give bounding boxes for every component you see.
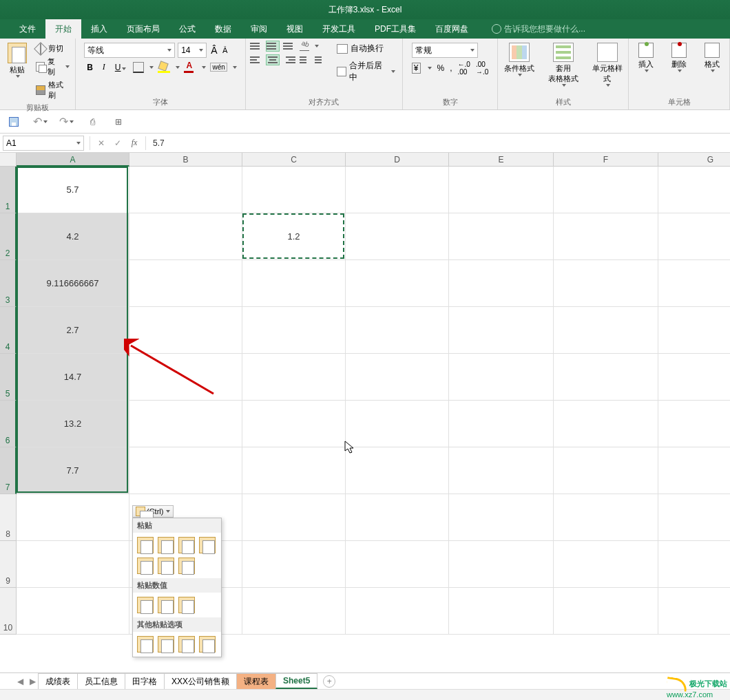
col-header-B[interactable]: B bbox=[129, 153, 242, 167]
cut-button[interactable]: 剪切 bbox=[34, 43, 71, 54]
name-box[interactable]: A1 bbox=[3, 136, 84, 151]
sheet-tab-1[interactable]: 成绩表 bbox=[38, 673, 78, 690]
tab-file[interactable]: 文件 bbox=[10, 19, 45, 39]
format-painter-button[interactable]: 格式刷 bbox=[34, 79, 71, 101]
wrap-text-button[interactable]: 自动换行 bbox=[334, 41, 398, 56]
cell-F2[interactable] bbox=[554, 213, 658, 260]
decrease-decimal-button[interactable]: .00→.0 bbox=[476, 61, 488, 76]
qat-button-4[interactable]: ⎙ bbox=[85, 115, 99, 129]
col-header-F[interactable]: F bbox=[554, 153, 658, 167]
row-header-5[interactable]: 5 bbox=[0, 354, 17, 401]
cell-C3[interactable] bbox=[242, 260, 346, 307]
col-header-D[interactable]: D bbox=[346, 153, 449, 167]
paste-option-values[interactable] bbox=[137, 597, 154, 613]
cell-F5[interactable] bbox=[554, 354, 658, 401]
cell-D10[interactable] bbox=[346, 588, 449, 635]
row-header-2[interactable]: 2 bbox=[0, 213, 17, 260]
insert-cells-button[interactable]: 插入 bbox=[633, 43, 659, 72]
decrease-font-button[interactable]: Ǎ bbox=[221, 46, 229, 55]
increase-font-button[interactable]: Â bbox=[209, 45, 218, 56]
cell-A10[interactable] bbox=[17, 588, 129, 635]
cell-B1[interactable] bbox=[129, 167, 242, 213]
formula-input[interactable]: 5.7 bbox=[149, 138, 730, 148]
font-name-combo[interactable]: 等线 bbox=[84, 43, 175, 58]
row-header-6[interactable]: 6 bbox=[0, 401, 17, 447]
align-middle-button[interactable] bbox=[267, 41, 279, 51]
cell-F7[interactable] bbox=[554, 447, 658, 494]
cell-B2[interactable] bbox=[129, 213, 242, 260]
phonetic-button[interactable]: wén bbox=[210, 63, 227, 72]
paste-option-transpose[interactable] bbox=[178, 558, 195, 574]
fill-color-button[interactable] bbox=[158, 62, 170, 73]
cell-G1[interactable] bbox=[658, 167, 730, 213]
cell-E2[interactable] bbox=[449, 213, 554, 260]
paste-option-values-source[interactable] bbox=[178, 597, 195, 613]
delete-cells-button[interactable]: 删除 bbox=[666, 43, 692, 72]
format-cells-button[interactable]: 格式 bbox=[699, 43, 725, 72]
cell-G6[interactable] bbox=[658, 401, 730, 447]
tab-formulas[interactable]: 公式 bbox=[169, 19, 205, 39]
row-header-8[interactable]: 8 bbox=[0, 494, 17, 541]
confirm-formula-button[interactable]: ✓ bbox=[110, 138, 126, 148]
row-header-1[interactable]: 1 bbox=[0, 167, 17, 213]
cell-E9[interactable] bbox=[449, 541, 554, 588]
align-top-button[interactable] bbox=[250, 41, 262, 51]
align-left-button[interactable] bbox=[250, 55, 262, 65]
cell-A3[interactable]: 9.116666667 bbox=[17, 260, 129, 307]
cell-A9[interactable] bbox=[17, 541, 129, 588]
col-header-A[interactable]: A bbox=[17, 153, 129, 167]
paste-option-link[interactable] bbox=[158, 636, 174, 653]
cell-G5[interactable] bbox=[658, 354, 730, 401]
sheet-tab-4[interactable]: XXX公司销售额 bbox=[164, 673, 237, 690]
cell-G2[interactable] bbox=[658, 213, 730, 260]
cell-styles-button[interactable]: 单元格样式 bbox=[590, 43, 625, 87]
paste-button[interactable]: 粘贴 bbox=[4, 40, 30, 78]
paste-option-formatting[interactable] bbox=[137, 636, 154, 653]
cell-A4[interactable]: 2.7 bbox=[17, 307, 129, 354]
font-color-button[interactable] bbox=[184, 62, 196, 73]
merge-center-button[interactable]: 合并后居中 bbox=[334, 59, 398, 85]
select-all-corner[interactable] bbox=[0, 153, 17, 167]
cell-D6[interactable] bbox=[346, 401, 449, 447]
cell-C6[interactable] bbox=[242, 401, 346, 447]
cell-E6[interactable] bbox=[449, 401, 554, 447]
cell-D2[interactable] bbox=[346, 213, 449, 260]
conditional-format-button[interactable]: 条件格式 bbox=[501, 43, 537, 87]
paste-option-picture[interactable] bbox=[178, 636, 195, 653]
cell-F4[interactable] bbox=[554, 307, 658, 354]
cell-B3[interactable] bbox=[129, 260, 242, 307]
paste-option-no-borders[interactable] bbox=[137, 558, 154, 574]
cell-A8[interactable] bbox=[17, 494, 129, 541]
cell-G10[interactable] bbox=[658, 588, 730, 635]
underline-button[interactable]: U bbox=[112, 61, 129, 74]
spreadsheet-grid[interactable]: ABCDEFG 12345678910 5.74.21.29.116666667… bbox=[0, 153, 730, 676]
tab-view[interactable]: 视图 bbox=[277, 19, 313, 39]
cell-A1[interactable]: 5.7 bbox=[17, 167, 129, 213]
cell-E5[interactable] bbox=[449, 354, 554, 401]
cell-E1[interactable] bbox=[449, 167, 554, 213]
tab-dev[interactable]: 开发工具 bbox=[313, 19, 365, 39]
save-button[interactable] bbox=[7, 115, 21, 129]
tab-baidu[interactable]: 百度网盘 bbox=[426, 19, 478, 39]
increase-decimal-button[interactable]: ←.0.00 bbox=[458, 61, 470, 76]
cell-D1[interactable] bbox=[346, 167, 449, 213]
cell-C10[interactable] bbox=[242, 588, 346, 635]
cell-A7[interactable]: 7.7 bbox=[17, 447, 129, 494]
cancel-formula-button[interactable]: ✕ bbox=[93, 138, 110, 148]
cell-F3[interactable] bbox=[554, 260, 658, 307]
cell-B4[interactable] bbox=[129, 307, 242, 354]
row-header-10[interactable]: 10 bbox=[0, 588, 17, 635]
col-header-E[interactable]: E bbox=[449, 153, 554, 167]
orientation-button[interactable]: ab bbox=[300, 41, 309, 51]
cell-E7[interactable] bbox=[449, 447, 554, 494]
cell-G7[interactable] bbox=[658, 447, 730, 494]
paste-option-formulas[interactable] bbox=[158, 537, 174, 553]
italic-button[interactable]: I bbox=[100, 61, 108, 74]
sheet-nav-prev[interactable]: ◀ bbox=[14, 677, 26, 686]
cell-D4[interactable] bbox=[346, 307, 449, 354]
cell-G3[interactable] bbox=[658, 260, 730, 307]
cell-F10[interactable] bbox=[554, 588, 658, 635]
qat-button-5[interactable]: ⊞ bbox=[112, 115, 125, 129]
paste-options-chip[interactable]: (Ctrl) bbox=[132, 505, 174, 518]
cell-A6[interactable]: 13.2 bbox=[17, 401, 129, 447]
